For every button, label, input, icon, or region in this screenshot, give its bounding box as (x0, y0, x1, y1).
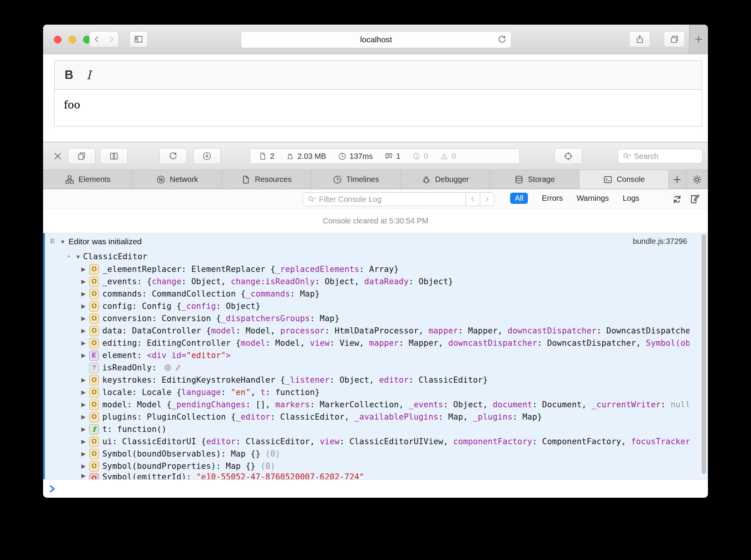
share-icon (635, 34, 645, 44)
edit-log-button[interactable] (688, 193, 702, 205)
next-result-button[interactable] (480, 193, 494, 206)
close-devtools-button[interactable] (52, 151, 63, 162)
clear-console-button[interactable] (670, 193, 684, 205)
console-tab-icon (603, 175, 613, 185)
disclosure-triangle[interactable]: ▶ (78, 463, 88, 470)
console-prompt[interactable] (43, 479, 708, 498)
disclosure-triangle[interactable]: ▶ (78, 426, 88, 433)
tab-label: Network (170, 175, 198, 184)
tab-console[interactable]: Console (579, 170, 669, 189)
element-picker-button[interactable] (554, 148, 582, 164)
sidebar-button[interactable] (129, 31, 148, 47)
log-source-location[interactable]: bundle.js:37296 (633, 237, 687, 246)
stat-documents[interactable]: 2 (259, 152, 274, 161)
object-property-row: ▶Odata: DataController {model: Model, pr… (43, 325, 689, 337)
web-page-content: B I foo (43, 54, 708, 142)
disclosure-triangle[interactable]: ▶ (78, 438, 88, 445)
crosshair-icon (563, 151, 573, 161)
type-badge-icon: O (89, 375, 99, 385)
tab-debugger[interactable]: Debugger (401, 170, 490, 189)
object-property-row: ▶Eelement: <div id="editor"> (43, 349, 689, 362)
back-button[interactable] (89, 31, 104, 47)
object-property-row: ▶ft: function() (43, 423, 689, 435)
devtools-toolbar: 2 2.03 MB 137ms 1 0 0 Search (43, 142, 708, 170)
object-property-row: ?isReadOnly: (43, 362, 689, 374)
disclosure-triangle[interactable]: ▶ (78, 340, 88, 347)
scope-warnings[interactable]: Warnings (577, 194, 609, 203)
disclosure-triangle[interactable]: ▼ (58, 238, 68, 245)
devtools-settings-button[interactable] (686, 170, 708, 189)
stat-transfer-size[interactable]: 2.03 MB (286, 152, 326, 161)
reload-icon[interactable] (497, 35, 507, 45)
search-icon (622, 152, 631, 160)
disclosure-triangle[interactable]: ▶ (78, 401, 88, 408)
previous-result-button[interactable] (466, 193, 480, 206)
address-bar-url: localhost (360, 35, 392, 44)
type-badge-icon: O (89, 264, 99, 275)
filter-console-input[interactable]: Filter Console Log (303, 192, 494, 206)
stat-log-messages[interactable]: 1 (384, 152, 401, 161)
tab-elements[interactable]: Elements (43, 170, 132, 189)
disclosure-triangle[interactable]: ▶ (78, 315, 88, 322)
disclosure-triangle[interactable]: ▶ (78, 472, 88, 479)
stat-errors[interactable]: 0 (412, 152, 428, 161)
disclosure-triangle[interactable]: ▶ (78, 352, 88, 359)
disclosure-triangle[interactable]: ▶ (78, 389, 88, 396)
disclosure-triangle[interactable]: ▶ (78, 278, 88, 285)
disclosure-triangle[interactable]: ▶ (78, 413, 88, 420)
dock-side-button[interactable] (100, 148, 128, 164)
scope-errors[interactable]: Errors (542, 194, 562, 203)
reload-page-button[interactable] (159, 148, 187, 164)
sidebar-icon (134, 34, 144, 44)
property-text: Symbol(boundProperties): Map {} (0) (102, 462, 275, 471)
forward-button[interactable] (104, 31, 119, 47)
console-log-entry[interactable]: ▼ Editor was initialized bundle.js:37296… (43, 233, 708, 479)
browser-titlebar: localhost (43, 25, 708, 54)
tab-label: Timelines (346, 175, 379, 184)
disclosure-triangle[interactable]: ▶ (78, 450, 88, 457)
console-scope-buttons: AllErrorsWarningsLogs (510, 193, 639, 204)
devtools-tabs: ElementsNetworkResourcesTimelinesDebugge… (43, 170, 708, 189)
tab-label: Resources (255, 175, 292, 184)
address-bar[interactable]: localhost (241, 31, 511, 48)
tab-resources[interactable]: Resources (222, 170, 311, 189)
disclosure-triangle[interactable]: ▼ (73, 253, 83, 260)
object-property-row: ▶Ocommands: CommandCollection {_commands… (43, 288, 689, 300)
disclosure-triangle[interactable]: ▶ (78, 266, 88, 273)
property-text: element: <div id="editor"> (102, 351, 231, 360)
document-icon (259, 152, 267, 161)
disclosure-triangle[interactable]: ▶ (78, 377, 88, 383)
tab-network[interactable]: Network (132, 170, 222, 189)
share-button[interactable] (629, 31, 650, 47)
devtools-search-input[interactable]: Search (618, 149, 703, 163)
download-button[interactable] (193, 148, 221, 164)
chevron-right-icon (484, 196, 491, 203)
scope-all[interactable]: All (510, 193, 528, 204)
property-text: model: Model {_pendingChanges: [], marke… (102, 400, 689, 409)
scope-logs[interactable]: Logs (622, 194, 639, 203)
disclosure-triangle[interactable]: ▶ (78, 327, 88, 334)
close-window-button[interactable] (54, 36, 62, 43)
disclosure-triangle[interactable]: ▶ (78, 290, 88, 297)
type-badge-icon: O (89, 301, 99, 312)
tab-storage[interactable]: Storage (490, 170, 579, 189)
eye-icon[interactable] (163, 363, 172, 372)
dock-undock-button[interactable] (68, 148, 95, 164)
tab-timelines[interactable]: Timelines (311, 170, 401, 189)
tab-overview-button[interactable] (664, 31, 685, 47)
stat-load-time[interactable]: 137ms (338, 152, 373, 161)
pencil-icon[interactable] (175, 363, 182, 372)
disclosure-triangle[interactable]: ▶ (78, 303, 88, 310)
object-property-row: ▶Oconversion: Conversion {_dispatchersGr… (43, 312, 689, 325)
stat-warnings[interactable]: 0 (440, 152, 456, 161)
property-text: Symbol(boundObservables): Map {} (0) (102, 449, 280, 458)
bold-button[interactable]: B (65, 68, 73, 82)
minimize-window-button[interactable] (68, 36, 76, 43)
console-scrollbar[interactable] (702, 234, 706, 474)
object-property-row: ▶Okeystrokes: EditingKeystrokeHandler {_… (43, 374, 689, 386)
object-class-name: ClassicEditor (83, 252, 147, 261)
add-tab-button[interactable] (669, 170, 686, 189)
italic-button[interactable]: I (86, 68, 91, 82)
new-tab-button[interactable] (689, 25, 708, 54)
editor-content[interactable]: foo (55, 90, 702, 111)
